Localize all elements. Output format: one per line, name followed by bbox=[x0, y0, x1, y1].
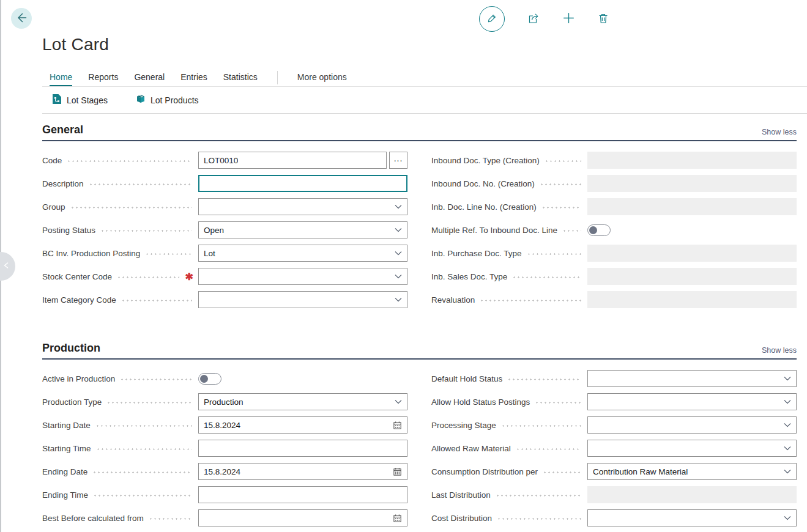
consumption-distribution-per-control: Contribution Raw Material bbox=[587, 463, 797, 480]
chevron-down-icon bbox=[395, 251, 402, 256]
calendar-icon bbox=[393, 421, 402, 430]
code-input[interactable]: LOT0010 bbox=[198, 152, 387, 169]
dotted-leader bbox=[507, 379, 581, 380]
field-last-distribution: Last Distribution bbox=[431, 483, 797, 506]
edit-button[interactable] bbox=[479, 6, 505, 32]
default-hold-status-control bbox=[587, 370, 797, 387]
delete-button[interactable] bbox=[597, 12, 609, 26]
show-less-link[interactable]: Show less bbox=[762, 346, 797, 355]
bc-inv-production-posting-dropdown[interactable]: Lot bbox=[198, 245, 407, 262]
field-label: Consumption Distribution per bbox=[431, 467, 538, 476]
production-type-dropdown[interactable]: Production bbox=[198, 393, 407, 410]
tab-statistics[interactable]: Statistics bbox=[223, 72, 258, 86]
allow-hold-status-postings-dropdown[interactable] bbox=[587, 393, 797, 410]
lot-products-action[interactable]: Lot Products bbox=[136, 94, 199, 106]
section-title: Production bbox=[42, 342, 100, 355]
dotted-leader bbox=[117, 276, 179, 278]
field-multiple-ref-to-inbound-doc-line: Multiple Ref. To Inbound Doc. Line bbox=[431, 218, 797, 242]
field-label: Last Distribution bbox=[431, 490, 491, 500]
field-inb-doc-line-no-creation: Inb. Doc. Line No. (Creation) bbox=[431, 195, 797, 218]
dotted-leader bbox=[120, 379, 192, 380]
tab-bar: Home Reports General Entries Statistics … bbox=[42, 70, 807, 87]
field-label: Item Category Code bbox=[42, 295, 116, 305]
calendar-icon bbox=[393, 467, 402, 476]
share-button[interactable] bbox=[527, 12, 540, 27]
right-column: Inbound Doc. Type (Creation)Inbound Doc.… bbox=[431, 149, 797, 311]
dotted-leader bbox=[89, 183, 192, 185]
allowed-raw-material-dropdown[interactable] bbox=[587, 440, 797, 457]
share-icon bbox=[527, 12, 540, 27]
starting-date-input[interactable]: 15.8.2024 bbox=[198, 416, 407, 434]
show-less-link[interactable]: Show less bbox=[762, 128, 797, 136]
inb-doc-line-no-creation-control bbox=[587, 198, 797, 215]
field-label: Description bbox=[42, 179, 84, 188]
chevron-down-icon bbox=[784, 376, 791, 381]
item-category-code-control bbox=[198, 291, 407, 308]
field-default-hold-status: Default Hold Status bbox=[431, 367, 797, 390]
section-general: GeneralShow lessCodeLOT0010...Descriptio… bbox=[42, 124, 797, 311]
dotted-leader bbox=[67, 160, 192, 162]
tab-reports[interactable]: Reports bbox=[88, 72, 118, 86]
field-label: Ending Time bbox=[42, 490, 88, 500]
field-cost-distribution: Cost Distribution bbox=[431, 506, 797, 530]
left-column: Active in ProductionProduction TypeProdu… bbox=[42, 367, 407, 530]
field-inb-sales-doc-type: Inb. Sales Doc. Type bbox=[431, 265, 797, 288]
ending-date-input[interactable]: 15.8.2024 bbox=[198, 463, 407, 480]
inb-sales-doc-type-field bbox=[587, 268, 797, 285]
dotted-leader bbox=[121, 300, 192, 301]
field-label: BC Inv. Production Posting bbox=[42, 249, 140, 258]
dotted-leader bbox=[545, 160, 581, 162]
dotted-leader bbox=[501, 425, 581, 427]
default-hold-status-dropdown[interactable] bbox=[587, 370, 797, 387]
tab-entries[interactable]: Entries bbox=[180, 72, 207, 86]
required-asterisk: ✱ bbox=[185, 271, 193, 283]
card-content: GeneralShow lessCodeLOT0010...Descriptio… bbox=[0, 124, 807, 530]
pencil-icon bbox=[486, 12, 498, 26]
dotted-leader bbox=[527, 253, 581, 255]
code-assist-button[interactable]: ... bbox=[389, 152, 407, 169]
more-options-button[interactable]: More options bbox=[297, 72, 347, 86]
starting-time-input[interactable] bbox=[198, 440, 407, 457]
best-before-calculated-from-control bbox=[198, 509, 407, 526]
ending-time-input[interactable] bbox=[198, 486, 407, 503]
chevron-left-icon bbox=[2, 261, 11, 272]
group-dropdown[interactable] bbox=[198, 198, 407, 215]
tab-general[interactable]: General bbox=[134, 72, 165, 86]
starting-date-control: 15.8.2024 bbox=[198, 416, 407, 434]
cost-distribution-dropdown[interactable] bbox=[587, 509, 797, 526]
ending-date-control: 15.8.2024 bbox=[198, 463, 407, 480]
field-label: Active in Production bbox=[42, 374, 115, 383]
description-input[interactable] bbox=[198, 175, 407, 192]
inb-doc-line-no-creation-field bbox=[587, 198, 797, 215]
field-label: Posting Status bbox=[42, 226, 95, 235]
field-processing-stage: Processing Stage bbox=[431, 413, 797, 437]
section-production: ProductionShow lessActive in ProductionP… bbox=[42, 342, 797, 530]
new-button[interactable] bbox=[562, 12, 575, 26]
tab-home[interactable]: Home bbox=[50, 72, 72, 86]
consumption-distribution-per-dropdown[interactable]: Contribution Raw Material bbox=[587, 463, 797, 480]
dotted-leader bbox=[96, 448, 192, 450]
active-in-production-toggle[interactable] bbox=[198, 373, 221, 385]
best-before-calculated-from-input[interactable] bbox=[198, 509, 407, 526]
chevron-down-icon bbox=[395, 297, 402, 302]
lot-stages-action[interactable]: Lot Stages bbox=[52, 94, 108, 106]
field-bc-inv-production-posting: BC Inv. Production PostingLot bbox=[42, 242, 407, 265]
back-button[interactable] bbox=[11, 8, 32, 29]
chevron-down-icon bbox=[395, 204, 402, 209]
flowchart-document-icon bbox=[52, 94, 62, 106]
inbound-doc-type-creation-control bbox=[587, 152, 797, 169]
stock-center-code-dropdown[interactable] bbox=[198, 268, 407, 285]
dotted-leader bbox=[540, 183, 581, 185]
dotted-leader bbox=[562, 230, 581, 232]
dotted-leader bbox=[543, 471, 581, 473]
posting-status-dropdown[interactable]: Open bbox=[198, 221, 407, 238]
inb-sales-doc-type-control bbox=[587, 268, 797, 285]
field-revaluation: Revaluation bbox=[431, 288, 797, 311]
left-column: CodeLOT0010...DescriptionGroupPosting St… bbox=[42, 149, 407, 311]
processing-stage-dropdown[interactable] bbox=[587, 416, 797, 434]
last-distribution-field bbox=[587, 486, 797, 503]
cost-distribution-control bbox=[587, 509, 797, 526]
item-category-code-dropdown[interactable] bbox=[198, 291, 407, 308]
dotted-leader bbox=[149, 518, 192, 520]
multiple-ref-to-inbound-doc-line-toggle[interactable] bbox=[587, 224, 611, 236]
